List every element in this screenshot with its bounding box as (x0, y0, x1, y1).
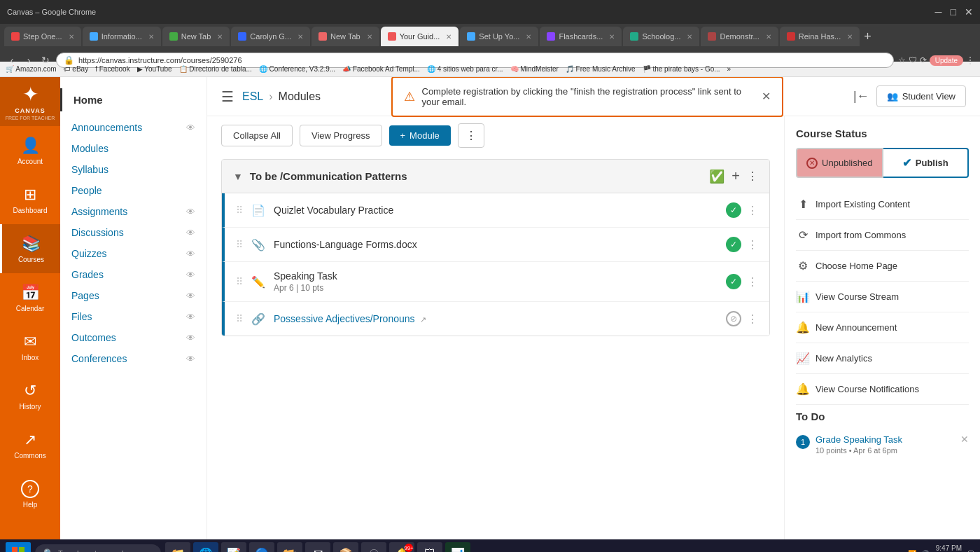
taskbar-app-files[interactable]: 📂 (277, 542, 302, 552)
new-tab-btn[interactable]: + (864, 29, 872, 44)
notification-center-btn[interactable]: 🗨 (967, 550, 974, 553)
to-do-close-btn[interactable]: ✕ (960, 434, 969, 445)
taskbar-app-antivirus[interactable]: 🛡 (417, 542, 442, 552)
breadcrumb-course[interactable]: ESL (242, 90, 263, 103)
sidebar-item-discussions[interactable]: Discussions 👁 (60, 222, 206, 243)
minimize-btn[interactable]: ─ (935, 6, 942, 18)
drag-handle[interactable]: ⠿ (236, 239, 243, 250)
bookmark-4sitios[interactable]: 🌐 4 sitios web para cr... (427, 65, 503, 73)
view-progress-btn[interactable]: View Progress (300, 125, 382, 146)
taskbar-app-excel[interactable]: 📊 (445, 542, 470, 552)
active-tab[interactable]: Your Guid...✕ (381, 27, 459, 46)
tab[interactable]: Reina Has...✕ (780, 27, 860, 46)
hamburger-menu-btn[interactable]: ☰ (221, 88, 234, 105)
new-analytics-btn[interactable]: 📈 New Analytics (796, 343, 969, 374)
taskbar-app-chrome[interactable]: 🔵 (249, 542, 274, 552)
tab[interactable]: Informatio...✕ (83, 27, 161, 46)
sidebar-item-assignments[interactable]: Assignments 👁 (60, 201, 206, 222)
to-do-link[interactable]: Grade Speaking Task (816, 434, 902, 445)
nav-item-commons[interactable]: ↗ Commons (0, 420, 60, 469)
item-options-btn[interactable]: ⋮ (747, 312, 758, 326)
drag-handle[interactable]: ⠿ (236, 313, 243, 324)
drag-handle[interactable]: ⠿ (236, 205, 243, 216)
module-options-btn[interactable]: ⋮ (747, 170, 758, 183)
nav-item-calendar[interactable]: 📅 Calendar (0, 273, 60, 322)
nav-item-help[interactable]: ? Help (0, 469, 60, 518)
sidebar-item-quizzes[interactable]: Quizzes 👁 (60, 243, 206, 264)
taskbar-app-dropbox[interactable]: 📦 (333, 542, 358, 552)
import-from-commons-btn[interactable]: ⟳ Import from Commons (796, 220, 969, 251)
bookmark-directorio[interactable]: 📋 Directorio de tabla... (179, 65, 252, 73)
sidebar-item-outcomes[interactable]: Outcomes 👁 (60, 327, 206, 348)
taskbar-search[interactable]: 🔍 Type here to search (35, 544, 161, 552)
sidebar-item-files[interactable]: Files 👁 (60, 306, 206, 327)
sidebar-item-conferences[interactable]: Conferences 👁 (60, 348, 206, 369)
module-add-btn[interactable]: + (732, 168, 740, 184)
more-btn[interactable]: ⋮ (966, 55, 974, 66)
bookmark-fb-ad[interactable]: 📣 Facebook Ad Templ... (342, 65, 420, 73)
tab[interactable]: New Tab✕ (312, 27, 379, 46)
visibility-icon[interactable]: 👁 (186, 270, 195, 280)
drag-handle[interactable]: ⠿ (236, 276, 243, 287)
unpublished-btn[interactable]: ✕ Unpublished (796, 148, 883, 178)
bookmark-facebook[interactable]: f Facebook (95, 65, 130, 73)
student-view-btn[interactable]: 👥 Student View (876, 85, 966, 107)
sidebar-item-pages[interactable]: Pages 👁 (60, 285, 206, 306)
visibility-icon[interactable]: 👁 (186, 249, 195, 259)
maximize-btn[interactable]: □ (951, 6, 956, 18)
tab[interactable]: Flashcards...✕ (540, 27, 622, 46)
sidebar-item-syllabus[interactable]: Syllabus (60, 159, 206, 180)
visibility-icon[interactable]: 👁 (186, 312, 195, 322)
item-title[interactable]: Possessive Adjectives/Pronouns ↗ (274, 313, 719, 324)
bookmark-more[interactable]: » (727, 65, 732, 73)
sidebar-item-home[interactable]: Home (60, 88, 206, 111)
bookmark-ebay[interactable]: 🏷 eBay (64, 65, 89, 73)
bookmark-amazon[interactable]: 🛒 Amazon.com (6, 65, 57, 73)
close-btn[interactable]: ✕ (965, 6, 973, 18)
collapse-all-btn[interactable]: Collapse All (221, 125, 293, 146)
tab[interactable]: Demonstr...✕ (701, 27, 778, 46)
alert-close-btn[interactable]: ✕ (762, 90, 771, 103)
bookmark-mindmeister[interactable]: 🧠 MindMeister (510, 65, 559, 73)
item-options-btn[interactable]: ⋮ (747, 275, 758, 289)
visibility-icon[interactable]: 👁 (186, 228, 195, 238)
bookmark-youtube[interactable]: ▶ YouTube (137, 65, 172, 73)
import-existing-content-btn[interactable]: ⬆ Import Existing Content (796, 189, 969, 220)
more-options-btn[interactable]: ⋮ (458, 123, 484, 148)
new-announcement-btn[interactable]: 🔔 New Announcement (796, 312, 969, 343)
sidebar-item-people[interactable]: People (60, 180, 206, 201)
sidebar-item-grades[interactable]: Grades 👁 (60, 264, 206, 285)
view-course-stream-btn[interactable]: 📊 View Course Stream (796, 282, 969, 312)
taskbar-clock[interactable]: 9:47 PM 4/6/2021 (934, 544, 962, 552)
taskbar-app-file-explorer[interactable]: 📁 (165, 542, 190, 552)
canvas-logo[interactable]: ✦ CANVAS FREE FOR TEACHER (0, 77, 60, 126)
tab[interactable]: Step One...✕ (4, 27, 81, 46)
nav-item-account[interactable]: 👤 Account (0, 126, 60, 175)
update-btn[interactable]: Update (930, 55, 963, 66)
visibility-icon[interactable]: 👁 (186, 207, 195, 217)
module-toggle-btn[interactable]: ▼ (233, 171, 243, 182)
sidebar-item-modules[interactable]: Modules (60, 138, 206, 159)
taskbar-app-mail[interactable]: ✉ (305, 542, 330, 552)
item-options-btn[interactable]: ⋮ (747, 238, 758, 251)
taskbar-app-notifications[interactable]: 🔔 99+ (389, 542, 414, 552)
nav-item-dashboard[interactable]: ⊞ Dashboard (0, 175, 60, 224)
sidebar-item-announcements[interactable]: Announcements 👁 (60, 117, 206, 138)
tab[interactable]: Set Up Yo...✕ (460, 27, 538, 46)
choose-home-page-btn[interactable]: ⚙ Choose Home Page (796, 251, 969, 282)
visibility-icon[interactable]: 👁 (186, 354, 195, 364)
bookmark-conference[interactable]: 🌐 Conference, V3.2.9... (259, 65, 335, 73)
taskbar-app-word[interactable]: 📝 (221, 542, 246, 552)
tab[interactable]: Schoolog...✕ (623, 27, 699, 46)
nav-item-inbox[interactable]: ✉ Inbox (0, 322, 60, 371)
taskbar-app-go[interactable]: ♾ (361, 542, 386, 552)
start-btn[interactable] (6, 542, 31, 552)
bookmark-music[interactable]: 🎵 Free Music Archive (566, 65, 636, 73)
star-icon[interactable]: ☆ (898, 55, 906, 66)
visibility-icon[interactable]: 👁 (186, 333, 195, 343)
nav-item-history[interactable]: ↺ History (0, 371, 60, 420)
taskbar-app-edge[interactable]: 🌐 (193, 542, 218, 552)
nav-item-courses[interactable]: 📚 Courses (0, 224, 60, 273)
visibility-icon[interactable]: 👁 (186, 123, 195, 133)
view-course-notifications-btn[interactable]: 🔔 View Course Notifications (796, 374, 969, 405)
